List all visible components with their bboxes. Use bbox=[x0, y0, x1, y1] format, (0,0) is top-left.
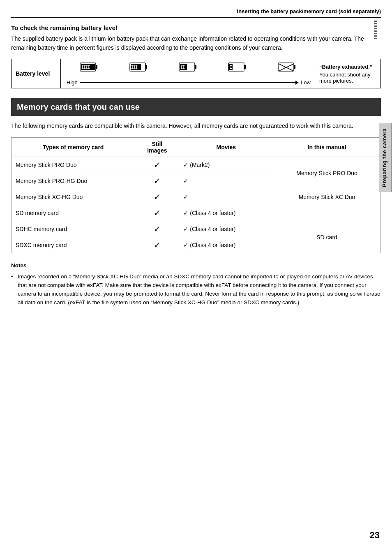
battery-section-title: To check the remaining battery level bbox=[11, 24, 381, 31]
battery-level-arrow: High Low bbox=[65, 79, 311, 86]
list-item: Images recorded on a “Memory Stick XC-HG… bbox=[11, 273, 381, 307]
movies-cell: ✓ (Class 4 or faster) bbox=[179, 237, 273, 253]
notes-section: Notes Images recorded on a “Memory Stick… bbox=[11, 261, 381, 307]
still-images-cell: ✓ bbox=[135, 237, 179, 253]
in-manual-cell: Memory Stick PRO Duo bbox=[273, 157, 381, 189]
battery-icon-empty bbox=[278, 62, 296, 72]
svg-rect-17 bbox=[294, 65, 295, 69]
battery-icons-cell: IIII III bbox=[61, 59, 315, 75]
side-line-8 bbox=[374, 38, 377, 39]
side-tab: Preparing the camera bbox=[379, 123, 392, 192]
notes-list: Images recorded on a “Memory Stick XC-HG… bbox=[11, 273, 381, 307]
battery-icon-low: I bbox=[228, 62, 246, 72]
battery-icons-row: IIII III bbox=[65, 62, 311, 72]
battery-low-label: Low bbox=[301, 79, 311, 86]
side-line-1 bbox=[374, 21, 377, 22]
svg-rect-13 bbox=[244, 65, 246, 69]
battery-level-label: Battery level bbox=[12, 59, 61, 88]
movies-cell: ✓ (Class 4 or faster) bbox=[179, 221, 273, 237]
still-images-cell: ✓ bbox=[135, 221, 179, 237]
table-row: SD memory card✓✓ (Class 4 or faster) bbox=[12, 205, 381, 221]
battery-exhausted-cell: “Battery exhausted.” You cannot shoot an… bbox=[315, 59, 381, 88]
battery-level-table: Battery level IIII bbox=[11, 59, 381, 88]
memory-section-header: Memory cards that you can use bbox=[11, 98, 381, 116]
memory-type-cell: Memory Stick PRO-HG Duo bbox=[12, 173, 135, 189]
movies-cell: ✓ (Class 4 or faster) bbox=[179, 205, 273, 221]
side-line-7 bbox=[374, 35, 377, 37]
battery-icon-half: II bbox=[179, 62, 197, 72]
battery-icon-full: IIII bbox=[80, 62, 98, 72]
svg-text:IIII: IIII bbox=[81, 65, 90, 69]
col-header-manual: In this manual bbox=[273, 138, 381, 157]
svg-rect-9 bbox=[195, 65, 196, 69]
memory-type-cell: SDXC memory card bbox=[12, 237, 135, 253]
battery-icon-three-quarter: III bbox=[129, 62, 148, 72]
col-header-still: Stillimages bbox=[135, 138, 179, 157]
table-row: Memory Stick XC-HG Duo✓✓Memory Stick XC … bbox=[12, 189, 381, 205]
col-header-type: Types of memory card bbox=[12, 138, 135, 157]
page-header: Inserting the battery pack/memory card (… bbox=[11, 8, 381, 18]
memory-type-cell: Memory Stick PRO Duo bbox=[12, 157, 135, 173]
movies-cell: ✓ (Mark2) bbox=[179, 157, 273, 173]
svg-rect-5 bbox=[145, 65, 147, 69]
in-manual-cell: Memory Stick XC Duo bbox=[273, 189, 381, 205]
battery-high-label: High bbox=[67, 79, 78, 86]
table-row: SDHC memory card✓✓ (Class 4 or faster)SD… bbox=[12, 221, 381, 237]
notes-title: Notes bbox=[11, 261, 381, 270]
memory-type-cell: SDHC memory card bbox=[12, 221, 135, 237]
still-images-cell: ✓ bbox=[135, 189, 179, 205]
memory-type-cell: Memory Stick XC-HG Duo bbox=[12, 189, 135, 205]
side-line-5 bbox=[374, 30, 377, 32]
movies-cell: ✓ bbox=[179, 173, 273, 189]
battery-arrow-line bbox=[80, 82, 298, 83]
side-line-2 bbox=[374, 23, 377, 24]
memory-cards-table: Types of memory card Stillimages Movies … bbox=[11, 137, 381, 253]
col-header-movies: Movies bbox=[179, 138, 273, 157]
battery-exhausted-title: “Battery exhausted.” bbox=[319, 64, 376, 70]
battery-arrow-row-cell: High Low bbox=[61, 75, 315, 88]
table-row: Memory Stick PRO Duo✓✓ (Mark2)Memory Sti… bbox=[12, 157, 381, 173]
battery-exhausted-desc: You cannot shoot any more pictures. bbox=[319, 72, 376, 84]
side-line-3 bbox=[374, 25, 377, 27]
movies-cell: ✓ bbox=[179, 189, 273, 205]
still-images-cell: ✓ bbox=[135, 205, 179, 221]
side-line-4 bbox=[374, 28, 377, 29]
svg-text:III: III bbox=[131, 65, 138, 69]
battery-description: The supplied battery pack is a lithium-i… bbox=[11, 35, 381, 52]
side-decoration bbox=[374, 21, 377, 39]
memory-description: The following memory cards are compatibl… bbox=[11, 122, 381, 131]
svg-rect-1 bbox=[96, 65, 97, 69]
in-manual-cell: SD card bbox=[273, 221, 381, 253]
svg-text:II: II bbox=[180, 65, 185, 69]
memory-type-cell: SD memory card bbox=[12, 205, 135, 221]
still-images-cell: ✓ bbox=[135, 173, 179, 189]
still-images-cell: ✓ bbox=[135, 157, 179, 173]
side-line-6 bbox=[374, 33, 377, 34]
page-number: 23 bbox=[370, 530, 380, 541]
